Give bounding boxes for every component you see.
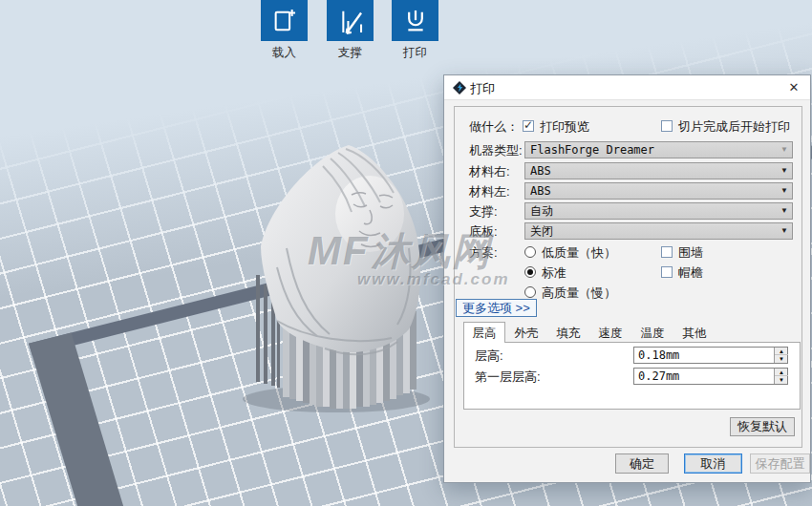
material-right-select[interactable]: ABS ▼ [524,162,793,179]
tab-layer-height[interactable]: 层高 [463,322,505,343]
print-extruder-icon [399,5,432,37]
material-left-value: ABS [530,183,551,199]
print-button-label: 打印 [392,45,438,61]
first-layer-height-label: 第一层层高: [475,369,541,386]
load-button[interactable] [261,0,308,41]
load-document-icon [268,5,301,37]
print-dialog: 打印 ✕ 做什么： ✓ 打印预览 切片完成后开始打印 机器类型: FlashFo… [443,74,811,483]
radio-standard-label[interactable]: 标准 [542,264,566,282]
tab-others[interactable]: 其他 [673,324,716,343]
tab-speed[interactable]: 速度 [589,324,631,343]
spin-down-icon[interactable]: ▼ [775,355,788,363]
load-button-label: 载入 [261,45,308,61]
first-layer-height-spinner[interactable]: 0.27mm ▲ ▼ [633,368,788,385]
support-pencil-icon [334,5,367,37]
dialog-titlebar[interactable]: 打印 ✕ [444,75,810,100]
radio-low-quality[interactable] [524,246,536,258]
support-button[interactable] [327,0,374,41]
dialog-title: 打印 [470,80,495,97]
spinner-buttons: ▲ ▼ [774,348,787,363]
cancel-button[interactable]: 取消 [684,453,742,474]
restore-defaults-button[interactable]: 恢复默认 [730,417,795,436]
more-options-button[interactable]: 更多选项 >> [456,299,537,317]
spin-up-icon[interactable]: ▲ [775,369,788,376]
material-left-label: 材料左: [469,182,510,200]
dropdown-arrow-icon: ▼ [780,143,788,157]
layer-height-spinner[interactable]: 0.18mm ▲ ▼ [633,347,788,364]
machine-type-select[interactable]: FlashForge Dreamer ▼ [524,141,793,158]
support-select[interactable]: 自动 ▼ [524,202,793,220]
radio-low-quality-label[interactable]: 低质量（快） [542,243,616,262]
wall-checkbox[interactable] [661,246,673,258]
print-button[interactable] [392,0,438,41]
app-window: 载入 支撑 打印 打印 ✕ [0,0,812,506]
tab-infill[interactable]: 填充 [547,324,589,343]
dropdown-arrow-icon: ▼ [780,204,788,218]
radio-high-quality-label[interactable]: 高质量（慢） [542,284,616,302]
spin-down-icon[interactable]: ▼ [775,376,788,384]
wall-checkbox-label[interactable]: 围墙 [678,243,703,262]
model-bust-with-supports[interactable] [134,134,439,420]
dropdown-arrow-icon: ▼ [780,224,788,238]
first-layer-height-value: 0.27mm [638,369,679,384]
tab-shell[interactable]: 外壳 [505,324,547,343]
layer-height-value: 0.18mm [638,348,679,363]
raft-value: 关闭 [530,223,553,239]
settings-tabstrip: 层高 外壳 填充 速度 温度 其他 [463,322,716,343]
brim-checkbox[interactable] [661,266,673,278]
ok-button[interactable]: 确定 [615,453,669,474]
raft-label: 底板: [469,222,498,241]
checkmark-icon: ✓ [524,118,533,132]
brim-checkbox-label[interactable]: 帽檐 [678,264,703,282]
support-select-label: 支撑: [469,202,498,221]
material-left-select[interactable]: ABS ▼ [524,182,793,200]
machine-type-value: FlashForge Dreamer [530,142,654,158]
save-config-button[interactable]: 保存配置 [750,453,810,474]
dropdown-arrow-icon: ▼ [780,184,788,198]
spinner-buttons: ▲ ▼ [774,369,787,384]
support-value: 自动 [530,203,553,219]
close-icon[interactable]: ✕ [785,79,802,96]
material-right-label: 材料右: [469,162,510,180]
start-after-slice-checkbox-label[interactable]: 切片完成后开始打印 [678,117,790,136]
material-right-value: ABS [530,163,551,179]
spin-up-icon[interactable]: ▲ [775,348,788,355]
machine-type-label: 机器类型: [469,141,523,159]
preview-checkbox-label[interactable]: 打印预览 [540,117,589,136]
preview-checkbox[interactable]: ✓ [523,120,534,132]
start-after-slice-checkbox[interactable] [661,120,673,132]
raft-select[interactable]: 关闭 ▼ [524,222,793,240]
dropdown-arrow-icon: ▼ [780,164,788,178]
tab-temperature[interactable]: 温度 [631,324,673,343]
flashprint-logo-icon [453,81,466,95]
layer-height-label: 层高: [475,348,503,365]
radio-high-quality[interactable] [524,286,536,298]
radio-standard[interactable] [524,266,536,278]
support-button-label: 支撑 [327,45,374,61]
what-label: 做什么： [469,117,519,136]
scheme-label: 方案: [469,243,498,262]
layer-height-panel: 层高: 0.18mm ▲ ▼ 第一层层高: 0.27mm ▲ ▼ [463,342,801,410]
